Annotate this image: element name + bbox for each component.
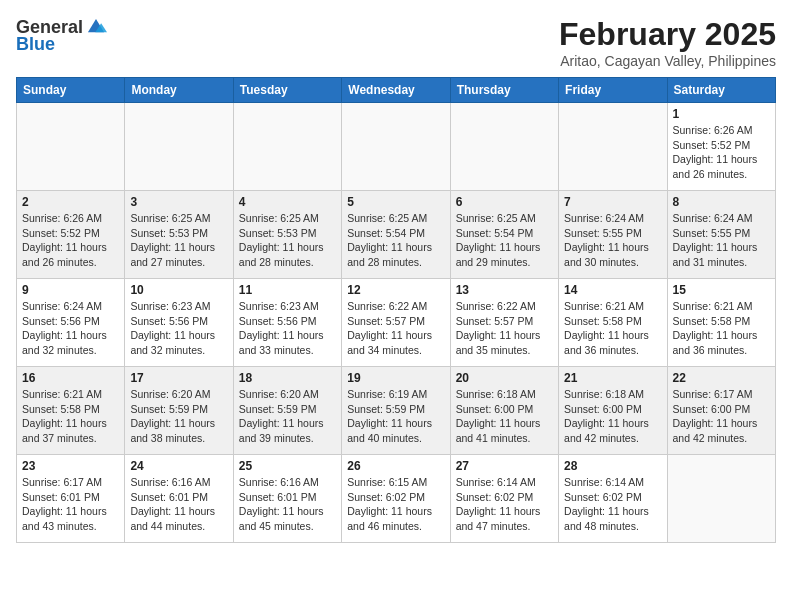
day-number: 8 xyxy=(673,195,770,209)
day-number: 11 xyxy=(239,283,336,297)
day-info: Sunrise: 6:21 AM Sunset: 5:58 PM Dayligh… xyxy=(564,299,661,358)
day-number: 9 xyxy=(22,283,119,297)
day-number: 23 xyxy=(22,459,119,473)
day-info: Sunrise: 6:17 AM Sunset: 6:00 PM Dayligh… xyxy=(673,387,770,446)
day-info: Sunrise: 6:23 AM Sunset: 5:56 PM Dayligh… xyxy=(239,299,336,358)
day-info: Sunrise: 6:19 AM Sunset: 5:59 PM Dayligh… xyxy=(347,387,444,446)
calendar-header-row: SundayMondayTuesdayWednesdayThursdayFrid… xyxy=(17,78,776,103)
day-info: Sunrise: 6:24 AM Sunset: 5:56 PM Dayligh… xyxy=(22,299,119,358)
weekday-header: Monday xyxy=(125,78,233,103)
day-number: 21 xyxy=(564,371,661,385)
page-header: General Blue February 2025 Aritao, Cagay… xyxy=(16,16,776,69)
calendar-day-cell: 17Sunrise: 6:20 AM Sunset: 5:59 PM Dayli… xyxy=(125,367,233,455)
day-number: 5 xyxy=(347,195,444,209)
day-info: Sunrise: 6:25 AM Sunset: 5:53 PM Dayligh… xyxy=(239,211,336,270)
calendar-day-cell xyxy=(125,103,233,191)
calendar-table: SundayMondayTuesdayWednesdayThursdayFrid… xyxy=(16,77,776,543)
day-number: 2 xyxy=(22,195,119,209)
weekday-header: Friday xyxy=(559,78,667,103)
calendar-day-cell: 19Sunrise: 6:19 AM Sunset: 5:59 PM Dayli… xyxy=(342,367,450,455)
calendar-day-cell xyxy=(17,103,125,191)
day-number: 22 xyxy=(673,371,770,385)
calendar-day-cell: 3Sunrise: 6:25 AM Sunset: 5:53 PM Daylig… xyxy=(125,191,233,279)
calendar-week-row: 2Sunrise: 6:26 AM Sunset: 5:52 PM Daylig… xyxy=(17,191,776,279)
day-info: Sunrise: 6:23 AM Sunset: 5:56 PM Dayligh… xyxy=(130,299,227,358)
calendar-day-cell: 13Sunrise: 6:22 AM Sunset: 5:57 PM Dayli… xyxy=(450,279,558,367)
calendar-day-cell: 12Sunrise: 6:22 AM Sunset: 5:57 PM Dayli… xyxy=(342,279,450,367)
calendar-day-cell xyxy=(559,103,667,191)
day-number: 18 xyxy=(239,371,336,385)
day-number: 13 xyxy=(456,283,553,297)
day-number: 17 xyxy=(130,371,227,385)
calendar-week-row: 16Sunrise: 6:21 AM Sunset: 5:58 PM Dayli… xyxy=(17,367,776,455)
calendar-day-cell: 20Sunrise: 6:18 AM Sunset: 6:00 PM Dayli… xyxy=(450,367,558,455)
day-number: 25 xyxy=(239,459,336,473)
day-number: 10 xyxy=(130,283,227,297)
day-info: Sunrise: 6:14 AM Sunset: 6:02 PM Dayligh… xyxy=(456,475,553,534)
calendar-day-cell: 8Sunrise: 6:24 AM Sunset: 5:55 PM Daylig… xyxy=(667,191,775,279)
day-info: Sunrise: 6:21 AM Sunset: 5:58 PM Dayligh… xyxy=(22,387,119,446)
calendar-day-cell: 18Sunrise: 6:20 AM Sunset: 5:59 PM Dayli… xyxy=(233,367,341,455)
calendar-subtitle: Aritao, Cagayan Valley, Philippines xyxy=(559,53,776,69)
calendar-day-cell xyxy=(450,103,558,191)
calendar-day-cell: 7Sunrise: 6:24 AM Sunset: 5:55 PM Daylig… xyxy=(559,191,667,279)
day-info: Sunrise: 6:14 AM Sunset: 6:02 PM Dayligh… xyxy=(564,475,661,534)
day-number: 7 xyxy=(564,195,661,209)
day-number: 4 xyxy=(239,195,336,209)
day-number: 6 xyxy=(456,195,553,209)
calendar-week-row: 1Sunrise: 6:26 AM Sunset: 5:52 PM Daylig… xyxy=(17,103,776,191)
logo-blue-text: Blue xyxy=(16,34,55,55)
calendar-day-cell: 5Sunrise: 6:25 AM Sunset: 5:54 PM Daylig… xyxy=(342,191,450,279)
calendar-day-cell: 10Sunrise: 6:23 AM Sunset: 5:56 PM Dayli… xyxy=(125,279,233,367)
day-number: 26 xyxy=(347,459,444,473)
day-info: Sunrise: 6:22 AM Sunset: 5:57 PM Dayligh… xyxy=(456,299,553,358)
day-info: Sunrise: 6:26 AM Sunset: 5:52 PM Dayligh… xyxy=(22,211,119,270)
calendar-week-row: 9Sunrise: 6:24 AM Sunset: 5:56 PM Daylig… xyxy=(17,279,776,367)
day-info: Sunrise: 6:22 AM Sunset: 5:57 PM Dayligh… xyxy=(347,299,444,358)
calendar-day-cell: 4Sunrise: 6:25 AM Sunset: 5:53 PM Daylig… xyxy=(233,191,341,279)
weekday-header: Tuesday xyxy=(233,78,341,103)
day-info: Sunrise: 6:20 AM Sunset: 5:59 PM Dayligh… xyxy=(130,387,227,446)
day-info: Sunrise: 6:16 AM Sunset: 6:01 PM Dayligh… xyxy=(239,475,336,534)
title-section: February 2025 Aritao, Cagayan Valley, Ph… xyxy=(559,16,776,69)
day-number: 28 xyxy=(564,459,661,473)
calendar-day-cell: 22Sunrise: 6:17 AM Sunset: 6:00 PM Dayli… xyxy=(667,367,775,455)
day-number: 14 xyxy=(564,283,661,297)
logo: General Blue xyxy=(16,16,107,55)
day-info: Sunrise: 6:25 AM Sunset: 5:54 PM Dayligh… xyxy=(456,211,553,270)
calendar-day-cell: 24Sunrise: 6:16 AM Sunset: 6:01 PM Dayli… xyxy=(125,455,233,543)
day-info: Sunrise: 6:21 AM Sunset: 5:58 PM Dayligh… xyxy=(673,299,770,358)
calendar-day-cell: 14Sunrise: 6:21 AM Sunset: 5:58 PM Dayli… xyxy=(559,279,667,367)
logo-icon xyxy=(85,16,107,38)
calendar-day-cell: 27Sunrise: 6:14 AM Sunset: 6:02 PM Dayli… xyxy=(450,455,558,543)
calendar-day-cell: 6Sunrise: 6:25 AM Sunset: 5:54 PM Daylig… xyxy=(450,191,558,279)
weekday-header: Thursday xyxy=(450,78,558,103)
day-info: Sunrise: 6:25 AM Sunset: 5:54 PM Dayligh… xyxy=(347,211,444,270)
calendar-day-cell: 23Sunrise: 6:17 AM Sunset: 6:01 PM Dayli… xyxy=(17,455,125,543)
calendar-day-cell: 11Sunrise: 6:23 AM Sunset: 5:56 PM Dayli… xyxy=(233,279,341,367)
day-info: Sunrise: 6:16 AM Sunset: 6:01 PM Dayligh… xyxy=(130,475,227,534)
day-info: Sunrise: 6:24 AM Sunset: 5:55 PM Dayligh… xyxy=(673,211,770,270)
day-number: 24 xyxy=(130,459,227,473)
day-number: 1 xyxy=(673,107,770,121)
calendar-day-cell xyxy=(233,103,341,191)
day-info: Sunrise: 6:25 AM Sunset: 5:53 PM Dayligh… xyxy=(130,211,227,270)
day-info: Sunrise: 6:18 AM Sunset: 6:00 PM Dayligh… xyxy=(564,387,661,446)
calendar-day-cell: 26Sunrise: 6:15 AM Sunset: 6:02 PM Dayli… xyxy=(342,455,450,543)
day-info: Sunrise: 6:26 AM Sunset: 5:52 PM Dayligh… xyxy=(673,123,770,182)
calendar-day-cell: 1Sunrise: 6:26 AM Sunset: 5:52 PM Daylig… xyxy=(667,103,775,191)
day-number: 19 xyxy=(347,371,444,385)
day-info: Sunrise: 6:24 AM Sunset: 5:55 PM Dayligh… xyxy=(564,211,661,270)
calendar-day-cell xyxy=(667,455,775,543)
calendar-day-cell: 16Sunrise: 6:21 AM Sunset: 5:58 PM Dayli… xyxy=(17,367,125,455)
calendar-day-cell xyxy=(342,103,450,191)
day-number: 20 xyxy=(456,371,553,385)
calendar-day-cell: 15Sunrise: 6:21 AM Sunset: 5:58 PM Dayli… xyxy=(667,279,775,367)
day-number: 12 xyxy=(347,283,444,297)
calendar-day-cell: 28Sunrise: 6:14 AM Sunset: 6:02 PM Dayli… xyxy=(559,455,667,543)
day-info: Sunrise: 6:18 AM Sunset: 6:00 PM Dayligh… xyxy=(456,387,553,446)
day-number: 15 xyxy=(673,283,770,297)
weekday-header: Saturday xyxy=(667,78,775,103)
day-number: 16 xyxy=(22,371,119,385)
day-number: 27 xyxy=(456,459,553,473)
